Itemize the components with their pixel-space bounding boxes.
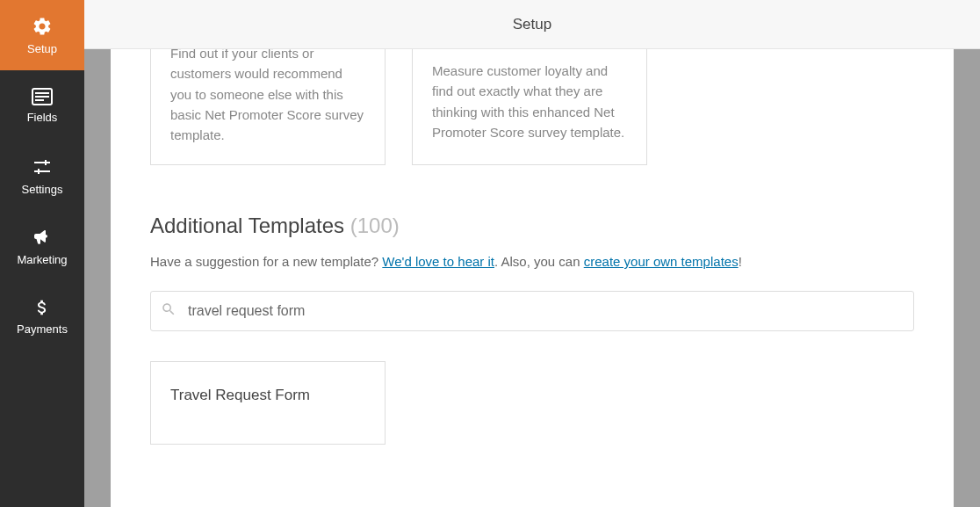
- content-area: Find out if your clients or customers wo…: [111, 49, 954, 507]
- suggestion-mid: . Also, you can: [494, 254, 584, 269]
- template-card-row: Find out if your clients or customers wo…: [150, 49, 914, 165]
- dollar-icon: [32, 298, 52, 317]
- outer-content: Find out if your clients or customers wo…: [84, 49, 980, 507]
- sidebar-item-label: Marketing: [17, 253, 67, 266]
- suggestion-prefix: Have a suggestion for a new template?: [150, 254, 382, 269]
- section-heading-count: (100): [350, 214, 400, 237]
- sidebar-item-payments[interactable]: Payments: [0, 281, 84, 351]
- sidebar-item-marketing[interactable]: Marketing: [0, 211, 84, 281]
- section-heading: Additional Templates (100): [150, 214, 914, 238]
- svg-rect-3: [35, 99, 44, 101]
- template-card-title: Form: [432, 49, 627, 50]
- search-input[interactable]: [150, 291, 914, 331]
- sidebar: Setup Fields Settings Marketing Payments: [0, 0, 84, 507]
- bullhorn-icon: [32, 227, 53, 248]
- template-card-desc: Measure customer loyalty and find out ex…: [432, 61, 627, 142]
- template-card[interactable]: Find out if your clients or customers wo…: [150, 49, 386, 165]
- svg-rect-2: [35, 96, 49, 98]
- suggestion-link-create[interactable]: create your own templates: [584, 254, 739, 269]
- result-card-title: Travel Request Form: [170, 387, 365, 404]
- template-card[interactable]: Form Measure customer loyalty and find o…: [412, 49, 647, 165]
- svg-rect-1: [35, 92, 49, 94]
- result-grid: Travel Request Form: [150, 361, 914, 445]
- sidebar-item-label: Settings: [22, 183, 63, 196]
- search-wrap: [150, 291, 914, 331]
- suggestion-link-feedback[interactable]: We'd love to hear it: [382, 254, 494, 269]
- sliders-icon: [32, 156, 53, 177]
- suggestion-text: Have a suggestion for a new template? We…: [150, 254, 914, 269]
- sidebar-item-label: Payments: [17, 322, 68, 336]
- sidebar-item-setup[interactable]: Setup: [0, 0, 84, 70]
- result-card[interactable]: Travel Request Form: [150, 361, 386, 445]
- topbar: Setup: [84, 0, 980, 49]
- gear-icon: [32, 16, 53, 37]
- suggestion-suffix: !: [739, 254, 742, 269]
- sidebar-item-label: Fields: [27, 111, 58, 124]
- section-heading-text: Additional Templates: [150, 214, 344, 237]
- page-title: Setup: [513, 16, 551, 33]
- search-icon: [161, 301, 177, 321]
- template-card-desc: Find out if your clients or customers wo…: [170, 49, 365, 145]
- fields-icon: [32, 88, 53, 105]
- sidebar-item-fields[interactable]: Fields: [0, 70, 84, 141]
- sidebar-item-settings[interactable]: Settings: [0, 141, 84, 211]
- sidebar-item-label: Setup: [27, 42, 57, 55]
